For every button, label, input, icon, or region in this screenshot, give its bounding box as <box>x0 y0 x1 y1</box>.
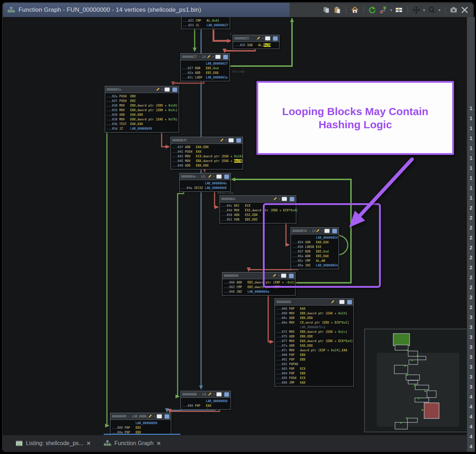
graph-block-0000001e[interactable]: ...020 LODSB ESI...021 CMP AL,0x61...023… <box>181 17 230 29</box>
ruler-number: 1 <box>467 105 475 111</box>
move-dropdown-caret[interactable]: ▾ <box>423 6 425 14</box>
block-edit-icon[interactable] <box>207 174 212 179</box>
graph-block-00000025[interactable]: 00000025▾...025 SUB AL,0x20 <box>233 35 280 49</box>
tab-close-icon[interactable]: × <box>157 440 161 447</box>
tab-listing[interactable]: Listing: shellcode_ps... × <box>11 435 96 451</box>
block-body: ...068 POP EAX...069 MOV EBX,dword ptr [… <box>275 306 353 386</box>
block-edit-icon[interactable] <box>330 300 335 304</box>
ruler-number: 3 <box>467 384 475 390</box>
block-header[interactable]: 0000004c▾ <box>220 196 296 202</box>
block-background-icon[interactable] <box>224 174 229 179</box>
block-dropdown-caret[interactable]: ▾ <box>213 393 215 396</box>
edge-label: Do Loop <box>232 70 244 73</box>
asm-line: ...027 ROR EDI,0xd <box>182 66 228 71</box>
snapshot-icon[interactable] <box>449 6 458 14</box>
block-edit-icon[interactable] <box>273 197 277 201</box>
block-dropdown-caret[interactable]: ▾ <box>212 55 214 59</box>
minimap-exit-block <box>424 403 439 418</box>
graph-block-0000004a[interactable]: 0000004a - LA...▾ LAB_0000004a...04a JEC… <box>179 173 231 192</box>
close-icon[interactable] <box>460 6 469 14</box>
layout-icon[interactable] <box>379 6 388 14</box>
title-bar[interactable]: Function Graph - FUN_00000000 - 14 verti… <box>3 3 473 17</box>
layout-dropdown-caret[interactable]: ▾ <box>390 6 392 14</box>
block-background-icon[interactable] <box>172 87 177 92</box>
asm-line: LAB_00000089 <box>112 421 170 426</box>
ruler-number: 1 <box>467 195 475 201</box>
block-header[interactable]: 0000002e▾ <box>105 86 179 93</box>
block-maximize-icon[interactable] <box>339 300 345 304</box>
move-icon[interactable] <box>412 6 421 14</box>
block-header[interactable]: 00000089 - LAB_0000...▾ <box>110 413 171 420</box>
graph-area[interactable]: ...020 LODSB ESI...021 CMP AL,0x61...023… <box>4 17 467 435</box>
tab-close-icon[interactable]: × <box>87 440 91 447</box>
block-background-icon[interactable] <box>164 414 169 419</box>
block-body: ...03f ADD EAX,EDX...041 PUSH EAX...042 … <box>171 144 243 169</box>
tab-function-graph[interactable]: Function Graph × <box>98 435 166 451</box>
paste-icon[interactable] <box>333 6 342 14</box>
block-dropdown-caret[interactable]: ▾ <box>225 139 227 142</box>
magnify-icon[interactable] <box>427 6 436 14</box>
block-edit-icon[interactable] <box>256 36 260 40</box>
graph-block-00000089[interactable]: 00000089 - LAB_0000...▾ LAB_00000089...0… <box>110 413 171 435</box>
asm-line: ...038 MOV EAX,dword ptr [EAX + 0x78] <box>107 117 178 122</box>
asm-line: ...036 ADD EAX,EDX <box>107 113 178 117</box>
block-background-icon[interactable] <box>223 55 228 59</box>
block-header[interactable]: 00000068▾ <box>275 299 353 306</box>
block-maximize-icon[interactable] <box>164 87 170 92</box>
block-background-icon[interactable] <box>347 300 352 304</box>
ruler-number: 3 <box>467 364 475 370</box>
magnify-dropdown-caret[interactable]: ▾ <box>438 6 440 14</box>
ruler-number: 2 <box>467 225 475 231</box>
block-dropdown-caret[interactable]: ▾ <box>278 197 280 201</box>
graph-block-00000027[interactable]: 00000027 - LA...▾ LAB_00000027...027 ROR… <box>180 53 230 81</box>
ruler-number: 2 <box>467 244 475 250</box>
block-maximize-icon[interactable] <box>215 55 221 59</box>
home-icon[interactable] <box>351 6 359 14</box>
block-header[interactable]: 0000003f▾ <box>171 137 243 144</box>
block-address: 00000068 <box>276 300 330 304</box>
graph-block-0000002e[interactable]: 0000002e▾...02e PUSH EDX...02f PUSH EDI.… <box>105 86 179 133</box>
block-edit-icon[interactable] <box>148 414 152 418</box>
block-header[interactable]: 00000025▾ <box>233 35 279 42</box>
block-address: 0000004a - LA... <box>181 175 207 178</box>
asm-line: ...069 MOV EBX,dword ptr [EAX + 0x24] <box>276 311 352 316</box>
block-edit-icon[interactable] <box>206 55 211 59</box>
graph-block-0000003f[interactable]: 0000003f▾...03f ADD EAX,EDX...041 PUSH E… <box>171 137 243 169</box>
block-header[interactable]: 00000088 - LA...▾ <box>181 391 231 398</box>
asm-line: ...082 POPAD <box>276 362 352 367</box>
block-background-icon[interactable] <box>236 138 241 143</box>
satellite-view[interactable] <box>364 329 467 432</box>
block-background-icon[interactable] <box>224 392 229 397</box>
graph-edge <box>107 132 109 426</box>
right-ruler[interactable]: 11111111112222222222233333333444444 <box>467 17 475 452</box>
block-dropdown-caret[interactable]: ▾ <box>262 37 264 40</box>
ruler-number: 4 <box>467 394 475 400</box>
block-header[interactable]: 00000027 - LA...▾ <box>181 54 229 60</box>
ruler-number: 1 <box>467 115 475 121</box>
block-dropdown-caret[interactable]: ▾ <box>153 415 155 418</box>
block-maximize-icon[interactable] <box>157 414 162 418</box>
block-dropdown-caret[interactable]: ▾ <box>161 88 163 91</box>
block-maximize-icon[interactable] <box>216 392 222 396</box>
block-maximize-icon[interactable] <box>265 36 270 40</box>
block-edit-icon[interactable] <box>207 392 212 396</box>
format-blocks-icon[interactable] <box>395 6 403 14</box>
graph-block-00000068[interactable]: 00000068▾...068 POP EAX...069 MOV EBX,dw… <box>275 298 354 387</box>
graph-block-00000088[interactable]: 00000088 - LA...▾ LAB_00000088...088 POP… <box>180 391 231 410</box>
block-dropdown-caret[interactable]: ▾ <box>336 300 338 304</box>
refresh-icon[interactable] <box>368 6 377 14</box>
ruler-number: 3 <box>467 324 475 330</box>
block-edit-icon[interactable] <box>156 87 160 92</box>
block-background-icon[interactable] <box>273 36 278 41</box>
annotation-line-1: Looping Blocks May Contain <box>282 105 428 118</box>
block-edit-icon[interactable] <box>220 138 224 142</box>
block-maximize-icon[interactable] <box>282 197 287 201</box>
block-maximize-icon[interactable] <box>228 138 234 142</box>
block-body: ...020 LODSB ESI...021 CMP AL,0x61...023… <box>182 17 230 29</box>
copy-icon[interactable] <box>322 6 331 14</box>
block-dropdown-caret[interactable]: ▾ <box>213 175 215 178</box>
block-header[interactable]: 0000004a - LA...▾ <box>180 173 231 180</box>
asm-line: ...088 POP EAX <box>182 404 229 408</box>
block-maximize-icon[interactable] <box>216 174 222 179</box>
block-background-icon[interactable] <box>290 197 294 201</box>
